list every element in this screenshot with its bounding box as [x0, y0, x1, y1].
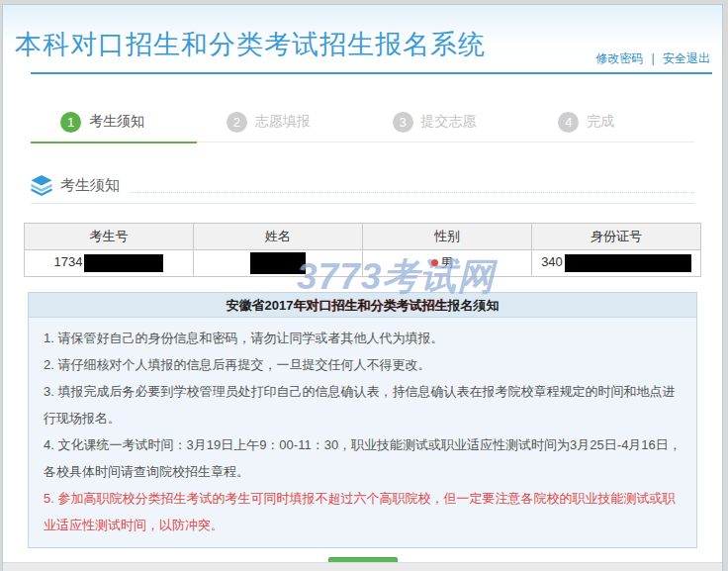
link-separator: | — [652, 51, 655, 65]
page-frame: 本科对口招生和分类考试招生报名系统 修改密码 | 安全退出 1 考生须知 2 志… — [2, 4, 723, 571]
notice-item-5-warning: 5. 参加高职院校分类招生考试的考生可同时填报不超过六个高职院校，但一定要注意各… — [44, 485, 682, 538]
cell-name — [194, 250, 363, 277]
header-links: 修改密码 | 安全退出 — [595, 50, 710, 67]
header: 本科对口招生和分类考试招生报名系统 修改密码 | 安全退出 — [3, 5, 722, 74]
notice-title-part: 报名须知 — [447, 298, 499, 313]
page-title: 本科对口招生和分类考试招生报名系统 — [15, 27, 486, 62]
header-divider — [31, 72, 712, 74]
step-1-label: 考生须知 — [89, 113, 144, 131]
redaction-box — [84, 254, 163, 272]
section-title: 考生须知 — [60, 176, 120, 195]
step-2-fill-preferences: 2 志愿填报 — [197, 102, 363, 143]
notice-item-3: 3. 填报完成后务必要到学校管理员处打印自己的信息确认表，持信息确认表在报考院校… — [44, 378, 682, 431]
dotted-rule — [130, 192, 694, 193]
notice-title-part: 年对口招生和分类考试招生 — [293, 298, 447, 313]
redaction-box — [565, 254, 691, 272]
col-header-id-no: 身份证号 — [532, 224, 701, 250]
candidate-info-table: 考生号 姓名 性别 身份证号 1734 男 340 — [24, 223, 701, 277]
step-1-candidate-notice: 1 考生须知 — [31, 102, 197, 143]
section-divider — [31, 203, 694, 204]
step-2-number-badge: 2 — [227, 112, 247, 133]
id-no-prefix: 340 — [541, 254, 563, 269]
footer-strip — [3, 562, 722, 571]
table-header-row: 考生号 姓名 性别 身份证号 — [25, 224, 701, 250]
candidate-no-prefix: 1734 — [54, 254, 83, 269]
notice-box: 安徽省2017年对口招生和分类考试招生报名须知 1. 请保管好自己的身份信息和密… — [28, 292, 697, 548]
notice-title: 安徽省2017年对口招生和分类考试招生报名须知 — [29, 293, 696, 318]
redaction-box — [250, 252, 306, 274]
table-row: 1734 男 340 — [25, 250, 701, 277]
step-3-number-badge: 3 — [393, 112, 413, 133]
cell-gender: 男 — [363, 250, 532, 277]
step-1-number-badge: 1 — [60, 112, 81, 133]
step-4-number-badge: 4 — [558, 112, 579, 133]
section-heading: 考生须知 — [31, 172, 694, 198]
notice-item-2: 2. 请仔细核对个人填报的信息后再提交，一旦提交任何人不得更改。 — [44, 351, 682, 378]
notice-item-4: 4. 文化课统一考试时间：3月19日上午9：00-11：30，职业技能测试或职业… — [44, 431, 682, 485]
step-4-complete: 4 完成 — [528, 102, 694, 143]
step-nav: 1 考生须知 2 志愿填报 3 提交志愿 4 完成 — [31, 102, 694, 143]
cell-candidate-no: 1734 — [25, 250, 194, 277]
notice-item-1: 1. 请保管好自己的身份信息和密码，请勿让同学或者其他人代为填报。 — [44, 325, 682, 351]
layers-icon — [31, 175, 52, 196]
step-3-submit-preferences: 3 提交志愿 — [363, 102, 529, 143]
cell-id-no: 340 — [532, 250, 701, 277]
col-header-candidate-no: 考生号 — [25, 224, 194, 250]
notice-body: 1. 请保管好自己的身份信息和密码，请勿让同学或者其他人代为填报。 2. 请仔细… — [29, 318, 696, 547]
step-4-label: 完成 — [587, 113, 614, 131]
col-header-gender: 性别 — [363, 224, 532, 250]
change-password-link[interactable]: 修改密码 — [595, 51, 643, 65]
col-header-name: 姓名 — [194, 224, 363, 250]
notice-title-part: 安徽省2017 — [227, 298, 294, 313]
step-3-label: 提交志愿 — [421, 113, 477, 131]
step-2-label: 志愿填报 — [255, 113, 311, 131]
logout-link[interactable]: 安全退出 — [663, 51, 710, 65]
